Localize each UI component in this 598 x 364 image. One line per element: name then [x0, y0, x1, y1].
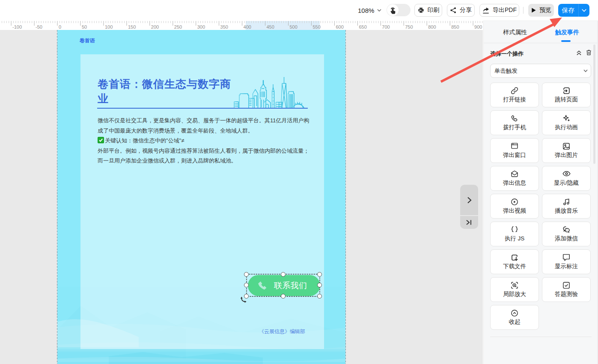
- svg-text:150: 150: [128, 24, 136, 30]
- svg-text:300: 300: [197, 24, 205, 30]
- svg-text:650: 650: [359, 24, 366, 30]
- svg-text:200: 200: [151, 24, 159, 30]
- svg-text:700: 700: [382, 24, 390, 30]
- svg-text:500: 500: [290, 24, 298, 30]
- svg-text:600: 600: [336, 24, 343, 30]
- svg-text:-50: -50: [36, 24, 42, 30]
- svg-text:50: 50: [82, 24, 87, 30]
- svg-text:900: 900: [474, 24, 482, 30]
- svg-text:350: 350: [220, 24, 228, 30]
- svg-text:850: 850: [451, 24, 459, 30]
- svg-text:0: 0: [59, 24, 61, 30]
- svg-text:100: 100: [105, 24, 113, 30]
- svg-text:450: 450: [267, 24, 274, 30]
- svg-text:250: 250: [174, 24, 182, 30]
- svg-text:550: 550: [312, 24, 320, 30]
- svg-text:750: 750: [405, 24, 413, 30]
- svg-text:400: 400: [244, 24, 251, 30]
- svg-text:800: 800: [428, 24, 436, 30]
- svg-text:-100: -100: [12, 24, 22, 30]
